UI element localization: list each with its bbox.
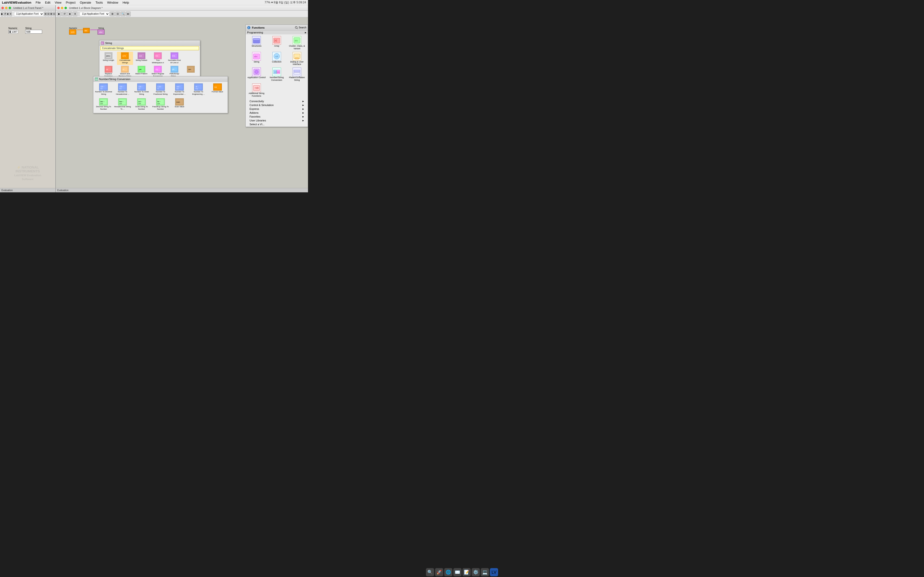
numeric-arrow[interactable]: ◀	[9, 30, 11, 34]
numstr-item-frac2num[interactable]: f/e→123 Fract/Exp String To Number	[151, 98, 170, 112]
search-button[interactable]: Search	[295, 26, 306, 29]
string-control[interactable]: 56B	[25, 30, 42, 34]
numstr-item-num2oct[interactable]: 123→oct Number To Octal String	[132, 83, 151, 97]
font-selector[interactable]: 11pt Application Font	[14, 12, 44, 16]
distribute-button[interactable]: ⊟	[47, 11, 50, 16]
string-item-strlen[interactable]: |abc| String Length	[100, 52, 117, 65]
string-item-concat[interactable]: a+b Concatenate Strings	[117, 52, 133, 65]
subset-icon: sub	[137, 52, 145, 59]
palette-item-dialog[interactable]: Dialog & User Interface	[287, 51, 307, 67]
num2dec-icon: 123→dec	[99, 84, 108, 91]
menu-project[interactable]: Project	[64, 0, 77, 5]
addstr-icon: +ab	[252, 84, 261, 92]
menu-tools[interactable]: Tools	[94, 0, 105, 5]
svg-text:EOL: EOL	[172, 55, 175, 57]
string-node[interactable]: abc	[97, 29, 105, 35]
minimize-button[interactable]	[5, 7, 8, 9]
structures-icon	[252, 36, 261, 45]
numstr-item-num2dec[interactable]: 123→dec Number To Decimal String	[94, 83, 113, 97]
bd-abort-button[interactable]: ■	[67, 11, 72, 16]
palette-item-collection[interactable]: col Collection	[267, 51, 287, 67]
menu-view[interactable]: View	[53, 0, 63, 5]
bd-minimize-button[interactable]	[61, 7, 63, 9]
abort-button[interactable]: ■	[7, 11, 9, 16]
functions-palette-header: f Functions Search	[246, 25, 308, 31]
bd-align-button[interactable]: ⊞	[110, 11, 115, 16]
oct2num-label: Octal String To Number	[133, 106, 150, 110]
palette-list-connectivity[interactable]: Connectivity ▶	[246, 99, 308, 103]
palette-item-cluster[interactable]: abc Cluster, Class, & Variant	[287, 35, 307, 51]
menu-edit[interactable]: Edit	[43, 0, 52, 5]
string-item-trim[interactable]: trim Trim Whitespace.vi	[150, 52, 166, 65]
searchreplace-icon: s/r	[121, 66, 129, 73]
bd-run-cont-button[interactable]: ↺	[62, 11, 67, 16]
section-arrow: ▶	[305, 32, 306, 34]
resize-button[interactable]: ⊠	[50, 11, 52, 16]
bd-close-button[interactable]	[57, 7, 60, 9]
num2oct-label: Number To Octal String	[133, 91, 150, 95]
collection-label: Collection	[272, 61, 281, 63]
palette-item-flatten[interactable]: Flatten/Unflatten String	[287, 67, 307, 82]
maximize-button[interactable]	[9, 7, 11, 9]
palette-item-appctrl[interactable]: Application Control	[247, 67, 267, 82]
palette-list-ctrl-sim[interactable]: Control & Simulation ▶	[246, 103, 308, 107]
palette-item-structures[interactable]: Structures	[247, 35, 267, 51]
palette-item-string[interactable]: abc String	[247, 51, 267, 67]
palette-list-favorites[interactable]: Favorites ▶	[246, 115, 308, 119]
bd-font-selector[interactable]: 11pt Application Font	[80, 12, 110, 16]
svg-rect-87	[295, 58, 299, 59]
numeric-node[interactable]: 123	[69, 29, 76, 35]
bd-pause-button[interactable]: ⏸	[73, 11, 78, 16]
convert-node[interactable]: abc	[83, 28, 90, 33]
pause-button[interactable]: ⏸	[9, 11, 12, 16]
palette-list-user-libraries[interactable]: User Libraries ▶	[246, 119, 308, 122]
menu-window[interactable]: Window	[105, 0, 120, 5]
run-button[interactable]: ▶	[1, 11, 3, 16]
bd-step-button[interactable]: ⏭	[126, 11, 131, 16]
svg-text:abc: abc	[277, 71, 280, 73]
frac2num-label: Fract/Exp String To Number	[152, 106, 169, 110]
palette-list-express[interactable]: Express ▶	[246, 107, 308, 111]
addstr-label: Additional String Functions	[247, 92, 266, 97]
numstr-item-num2exp[interactable]: 1e3→exp Number To Exponential ...	[170, 83, 189, 97]
numstr-item-dec2num[interactable]: dec→123 Decimal String To Number	[94, 98, 113, 112]
palette-item-array[interactable]: [a] Array	[267, 35, 287, 51]
bd-maximize-button[interactable]	[65, 7, 67, 9]
menu-file[interactable]: File	[34, 0, 43, 5]
run-continuously-button[interactable]: ↺	[4, 11, 6, 16]
menu-help[interactable]: Help	[121, 0, 131, 5]
numstr-item-oct2num[interactable]: oct→123 Octal String To Number	[132, 98, 151, 112]
align-button[interactable]: ⊞	[44, 11, 47, 16]
numstr-item-format[interactable]: fmt Format Value	[208, 83, 227, 97]
palette-list-addons[interactable]: Addons ▶	[246, 111, 308, 115]
string-palette-header: S String	[99, 40, 200, 46]
string-tooltip: Concatenate Strings	[100, 46, 199, 50]
svg-text:NS: NS	[95, 78, 98, 81]
express-arrow: ▶	[302, 108, 304, 110]
numstr-item-num2eng[interactable]: 1k→eng Number To Engineering ...	[189, 83, 208, 97]
string-palette-title: String	[105, 42, 112, 45]
numstr-item-num2frac[interactable]: 1.23→frc Number To Fractional String	[151, 83, 170, 97]
svg-point-89	[255, 70, 258, 74]
bd-debug-button[interactable]: 🔍	[121, 11, 125, 16]
numstr-item-scan[interactable]: scan Scan Value	[170, 98, 189, 112]
palette-item-addstr[interactable]: +ab Additional String Functions	[247, 83, 267, 98]
numeric-control[interactable]: ◀ 1387	[8, 30, 18, 34]
string-item-normalize[interactable]: EOL Normalize End Of Line.vi	[166, 52, 183, 65]
programming-section-header[interactable]: Programming ▶	[246, 31, 308, 34]
bd-distribute-button[interactable]: ⊟	[115, 11, 120, 16]
close-button[interactable]	[2, 7, 4, 9]
matchpat-label: Match Pattern	[136, 73, 147, 75]
bd-run-button[interactable]: ▶	[57, 11, 61, 16]
dec2num-icon: dec→123	[99, 98, 108, 106]
menu-operate[interactable]: Operate	[78, 0, 93, 5]
numstr-item-num2hex[interactable]: 123→hex Number To Hexadecimal ...	[113, 83, 132, 97]
svg-text:sub: sub	[139, 55, 142, 57]
subset-label: String Subset	[136, 59, 147, 61]
numstr-item-hex2num[interactable]: hex→123 Hexadecimal String To ...	[113, 98, 132, 112]
dialog-label: Dialog & User Interface	[288, 61, 306, 66]
string-item-subset[interactable]: sub String Subset	[133, 52, 150, 65]
palette-list-select-vi[interactable]: Select a VI...	[246, 122, 308, 126]
reorder-button[interactable]: ⊡	[53, 11, 55, 16]
palette-item-numstr[interactable]: 123abc Number/String Conversion	[267, 67, 287, 82]
